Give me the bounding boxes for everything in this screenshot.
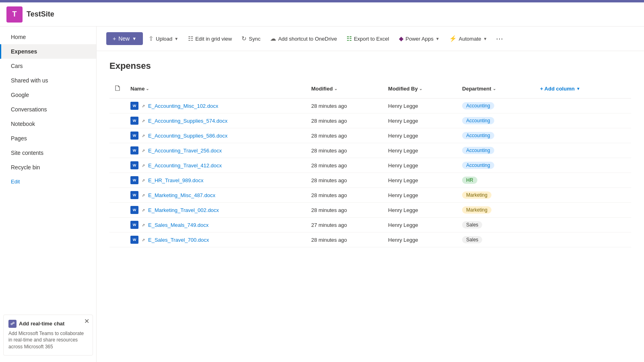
sync-button[interactable]: ↻ Sync <box>237 32 264 45</box>
sidebar-nav: Home Expenses Cars Shared with us Google… <box>0 30 96 311</box>
table-row[interactable]: W ⇗ E_Sales_Meals_749.docx 27 minutes ag… <box>109 218 631 232</box>
file-link[interactable]: E_Accounting_Supplies_586.docx <box>148 133 227 139</box>
sync-icon: ↻ <box>242 35 247 42</box>
share-arrow-icon: ⇗ <box>142 148 145 153</box>
row-modified-cell: 28 minutes ago <box>306 158 383 173</box>
dept-badge: Accounting <box>462 102 494 109</box>
add-column-button[interactable]: + Add column ▼ <box>535 82 585 95</box>
file-link[interactable]: E_Marketing_Travel_002.docx <box>148 207 219 213</box>
th-add-column[interactable]: + Add column ▼ <box>530 79 631 99</box>
row-extra-cell <box>530 188 631 203</box>
share-arrow-icon: ⇗ <box>142 119 145 123</box>
row-modified-by-cell: Henry Legge <box>383 128 457 143</box>
th-modified-by[interactable]: Modified By ⌄ <box>383 79 457 99</box>
sidebar-item-expenses[interactable]: Expenses <box>0 44 96 59</box>
name-sort-icon: ⌄ <box>146 86 149 91</box>
export-excel-button[interactable]: ☷ Export to Excel <box>343 32 393 45</box>
row-modified-cell: 28 minutes ago <box>306 143 383 158</box>
sidebar-item-google[interactable]: Google <box>0 88 96 102</box>
chat-close-button[interactable]: ✕ <box>84 318 89 325</box>
sidebar-item-site-contents[interactable]: Site contents <box>0 146 96 160</box>
table-row[interactable]: W ⇗ E_Marketing_Misc_487.docx 28 minutes… <box>109 188 631 203</box>
site-logo: T <box>6 6 23 23</box>
sidebar: Home Expenses Cars Shared with us Google… <box>0 27 97 362</box>
row-checkbox-cell <box>109 188 126 203</box>
th-checkbox <box>109 79 126 99</box>
row-modified-cell: 28 minutes ago <box>306 203 383 218</box>
sidebar-item-notebook[interactable]: Notebook <box>0 117 96 131</box>
row-extra-cell <box>530 232 631 247</box>
row-modified-by-cell: Henry Legge <box>383 203 457 218</box>
dept-sort-icon: ⌄ <box>493 86 496 91</box>
row-department-cell: Accounting <box>457 143 530 158</box>
sidebar-item-edit[interactable]: Edit <box>0 175 96 189</box>
row-extra-cell <box>530 128 631 143</box>
sidebar-item-home[interactable]: Home <box>0 30 96 44</box>
row-extra-cell <box>530 99 631 113</box>
th-department[interactable]: Department ⌄ <box>457 79 530 99</box>
excel-icon: ☷ <box>347 35 352 42</box>
upload-button[interactable]: ⇧ Upload ▼ <box>144 32 182 45</box>
share-arrow-icon: ⇗ <box>142 208 145 212</box>
sidebar-item-recycle-bin[interactable]: Recycle bin <box>0 160 96 175</box>
table-row[interactable]: W ⇗ E_Accounting_Misc_102.docx 28 minute… <box>109 99 631 113</box>
modified-sort-icon: ⌄ <box>334 86 337 91</box>
file-table: Name ⌄ Modified ⌄ Modifi <box>109 79 631 247</box>
header: T TestSite <box>0 2 644 27</box>
file-link[interactable]: E_Accounting_Travel_412.docx <box>148 162 222 169</box>
row-department-cell: Accounting <box>457 128 530 143</box>
row-modified-by-cell: Henry Legge <box>383 99 457 113</box>
dept-badge: Accounting <box>462 117 494 124</box>
table-row[interactable]: W ⇗ E_Accounting_Supplies_574.docx 28 mi… <box>109 113 631 128</box>
table-row[interactable]: W ⇗ E_Accounting_Travel_256.docx 28 minu… <box>109 143 631 158</box>
dept-badge: Accounting <box>462 147 494 154</box>
file-link[interactable]: E_HR_Travel_989.docx <box>148 177 204 183</box>
dept-badge: Accounting <box>462 132 494 139</box>
plus-icon: + <box>113 35 116 42</box>
word-doc-icon: W <box>130 236 138 244</box>
automate-button[interactable]: ⚡ Automate ▼ <box>445 32 491 45</box>
sidebar-item-shared-with-us[interactable]: Shared with us <box>0 73 96 88</box>
table-row[interactable]: W ⇗ E_Accounting_Travel_412.docx 28 minu… <box>109 158 631 173</box>
file-link[interactable]: E_Accounting_Travel_256.docx <box>148 148 222 154</box>
document-type-icon <box>114 85 121 91</box>
share-arrow-icon: ⇗ <box>142 163 145 168</box>
file-link[interactable]: E_Sales_Travel_700.docx <box>148 237 209 243</box>
row-name-cell: W ⇗ E_Marketing_Travel_002.docx <box>126 203 306 218</box>
table-row[interactable]: W ⇗ E_Sales_Travel_700.docx 28 minutes a… <box>109 232 631 247</box>
row-department-cell: Accounting <box>457 113 530 128</box>
file-link[interactable]: E_Sales_Meals_749.docx <box>148 222 208 228</box>
table-row[interactable]: W ⇗ E_HR_Travel_989.docx 28 minutes ago … <box>109 173 631 188</box>
power-apps-button[interactable]: ◆ Power Apps ▼ <box>395 32 444 45</box>
upload-icon: ⇧ <box>149 35 154 42</box>
sidebar-item-pages[interactable]: Pages <box>0 131 96 146</box>
row-name-cell: W ⇗ E_Accounting_Misc_102.docx <box>126 99 306 113</box>
share-arrow-icon: ⇗ <box>142 193 145 197</box>
table-row[interactable]: W ⇗ E_Marketing_Travel_002.docx 28 minut… <box>109 203 631 218</box>
row-name-cell: W ⇗ E_Accounting_Supplies_586.docx <box>126 128 306 143</box>
th-name[interactable]: Name ⌄ <box>126 79 306 99</box>
word-doc-icon: W <box>130 117 138 125</box>
file-link[interactable]: E_Marketing_Misc_487.docx <box>148 192 215 198</box>
edit-grid-button[interactable]: ☷ Edit in grid view <box>184 32 236 45</box>
teams-icon: ☍ <box>8 320 17 328</box>
dept-badge: HR <box>462 177 477 184</box>
row-checkbox-cell <box>109 143 126 158</box>
word-doc-icon: W <box>130 146 138 154</box>
add-shortcut-button[interactable]: ☁ Add shortcut to OneDrive <box>266 32 341 45</box>
file-link[interactable]: E_Accounting_Supplies_574.docx <box>148 118 227 124</box>
row-extra-cell <box>530 143 631 158</box>
row-modified-cell: 28 minutes ago <box>306 173 383 188</box>
content-area: Expenses Name ⌄ <box>97 51 644 362</box>
new-button[interactable]: + New ▼ <box>106 32 143 45</box>
row-checkbox-cell <box>109 232 126 247</box>
sidebar-item-cars[interactable]: Cars <box>0 59 96 73</box>
row-modified-cell: 28 minutes ago <box>306 232 383 247</box>
row-modified-by-cell: Henry Legge <box>383 188 457 203</box>
sidebar-item-conversations[interactable]: Conversations <box>0 102 96 117</box>
more-button[interactable]: ⋯ <box>493 31 506 46</box>
file-link[interactable]: E_Accounting_Misc_102.docx <box>148 103 218 109</box>
row-department-cell: Marketing <box>457 188 530 203</box>
table-row[interactable]: W ⇗ E_Accounting_Supplies_586.docx 28 mi… <box>109 128 631 143</box>
th-modified[interactable]: Modified ⌄ <box>306 79 383 99</box>
